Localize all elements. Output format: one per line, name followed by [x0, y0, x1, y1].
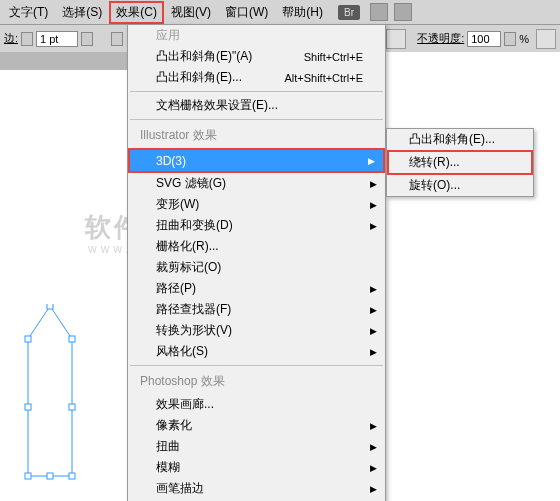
menu-item-extrude-e[interactable]: 凸出和斜角(E)... Alt+Shift+Ctrl+E: [128, 67, 385, 88]
menu-item-label: 风格化(S): [156, 343, 208, 360]
menu-item-extrude-a[interactable]: 凸出和斜角(E)"(A) Shift+Ctrl+E: [128, 46, 385, 67]
chevron-right-icon: ▶: [370, 284, 377, 294]
dropdown-icon[interactable]: [81, 32, 93, 46]
chevron-right-icon: ▶: [370, 442, 377, 452]
menu-item[interactable]: 效果画廊...: [128, 394, 385, 415]
menu-item-label: 模糊: [156, 459, 180, 476]
menu-item[interactable]: 像素化▶: [128, 415, 385, 436]
chain-icon[interactable]: [536, 29, 556, 49]
menu-separator: [130, 91, 383, 92]
chevron-right-icon: ▶: [370, 463, 377, 473]
menu-item-label: 栅格化(R)...: [156, 238, 219, 255]
menu-item-label: 文档栅格效果设置(E)...: [156, 97, 278, 114]
menu-item[interactable]: 路径查找器(F)▶: [128, 299, 385, 320]
menu-item-apply: 应用: [128, 25, 385, 46]
menu-item[interactable]: 变形(W)▶: [128, 194, 385, 215]
menu-item-label: SVG 滤镜(G): [156, 175, 226, 192]
menu-separator: [130, 119, 383, 120]
menu-item-label: 画笔描边: [156, 480, 204, 497]
stroke-input[interactable]: [36, 31, 78, 47]
menu-header-illustrator: Illustrator 效果: [128, 123, 385, 148]
svg-rect-5: [69, 473, 75, 479]
menu-select[interactable]: 选择(S): [55, 1, 109, 24]
chevron-right-icon: ▶: [370, 326, 377, 336]
menu-text[interactable]: 文字(T): [2, 1, 55, 24]
dropdown-icon[interactable]: [504, 32, 516, 46]
bridge-badge[interactable]: Br: [338, 5, 360, 20]
menu-item[interactable]: 画笔描边▶: [128, 478, 385, 499]
menu-shortcut: Shift+Ctrl+E: [304, 51, 363, 63]
menu-item-label: 效果画廊...: [156, 396, 214, 413]
menu-item[interactable]: 扭曲▶: [128, 436, 385, 457]
stroke-label: 边:: [4, 31, 18, 46]
menu-help[interactable]: 帮助(H): [275, 1, 330, 24]
chevron-right-icon: ▶: [370, 221, 377, 231]
toolbar-icon[interactable]: [394, 3, 412, 21]
chevron-right-icon: ▶: [370, 200, 377, 210]
menubar: 文字(T) 选择(S) 效果(C) 视图(V) 窗口(W) 帮助(H) Br: [0, 0, 560, 24]
chevron-right-icon: ▶: [368, 156, 375, 166]
dropdown-icon[interactable]: [21, 32, 33, 46]
submenu-item-revolve[interactable]: 绕转(R)...: [387, 150, 533, 175]
menu-item[interactable]: 风格化(S)▶: [128, 341, 385, 362]
menu-item-label: 路径(P): [156, 280, 196, 297]
menu-item-label: 裁剪标记(O): [156, 259, 221, 276]
svg-rect-3: [69, 336, 75, 342]
svg-rect-2: [47, 304, 53, 309]
menu-item[interactable]: SVG 滤镜(G)▶: [128, 173, 385, 194]
menu-item-label: 凸出和斜角(E)...: [409, 131, 495, 148]
menu-item-label: 绕转(R)...: [409, 154, 460, 171]
menu-item[interactable]: 栅格化(R)...: [128, 236, 385, 257]
canvas-gray-strip: [0, 52, 127, 70]
menu-view[interactable]: 视图(V): [164, 1, 218, 24]
menu-item-label: 凸出和斜角(E)...: [156, 69, 242, 86]
menu-item-label: 旋转(O)...: [409, 177, 460, 194]
chevron-right-icon: ▶: [370, 179, 377, 189]
menu-item-label: 凸出和斜角(E)"(A): [156, 48, 252, 65]
menu-item[interactable]: 扭曲和变换(D)▶: [128, 215, 385, 236]
menu-item-label: 像素化: [156, 417, 192, 434]
svg-rect-1: [25, 336, 31, 342]
chevron-right-icon: ▶: [370, 421, 377, 431]
opacity-input[interactable]: [467, 31, 501, 47]
opacity-label: 不透明度:: [417, 31, 464, 46]
menu-item-label: 转换为形状(V): [156, 322, 232, 339]
toolbar-icons: [370, 3, 412, 21]
menu-item[interactable]: 转换为形状(V)▶: [128, 320, 385, 341]
svg-rect-0: [20, 304, 80, 484]
svg-rect-6: [25, 404, 31, 410]
chevron-right-icon: ▶: [370, 305, 377, 315]
menu-separator: [130, 365, 383, 366]
svg-rect-7: [69, 404, 75, 410]
align-icon[interactable]: [386, 29, 406, 49]
menu-effect[interactable]: 效果(C): [109, 1, 164, 24]
selected-shape[interactable]: [20, 304, 80, 484]
menu-item[interactable]: 模糊▶: [128, 457, 385, 478]
menu-shortcut: Alt+Shift+Ctrl+E: [284, 72, 363, 84]
menu-header-photoshop: Photoshop 效果: [128, 369, 385, 394]
menu-item-label: 扭曲和变换(D): [156, 217, 233, 234]
menu-item[interactable]: 裁剪标记(O): [128, 257, 385, 278]
menu-item-label: 变形(W): [156, 196, 199, 213]
svg-rect-4: [25, 473, 31, 479]
percent-label: %: [519, 33, 529, 45]
3d-submenu: 凸出和斜角(E)... 绕转(R)... 旋转(O)...: [386, 128, 534, 197]
menu-item-label: 路径查找器(F): [156, 301, 231, 318]
menu-item-doc-raster[interactable]: 文档栅格效果设置(E)...: [128, 95, 385, 116]
menu-item-label: 应用: [156, 27, 180, 44]
menu-window[interactable]: 窗口(W): [218, 1, 275, 24]
dropdown-icon[interactable]: [111, 32, 123, 46]
submenu-item-rotate[interactable]: 旋转(O)...: [387, 175, 533, 196]
menu-item-label: 3D(3): [156, 154, 186, 168]
chevron-right-icon: ▶: [370, 347, 377, 357]
menu-item[interactable]: 路径(P)▶: [128, 278, 385, 299]
svg-rect-8: [47, 473, 53, 479]
menu-item-label: 扭曲: [156, 438, 180, 455]
submenu-item-extrude[interactable]: 凸出和斜角(E)...: [387, 129, 533, 150]
chevron-right-icon: ▶: [370, 484, 377, 494]
effect-menu: 应用 凸出和斜角(E)"(A) Shift+Ctrl+E 凸出和斜角(E)...…: [127, 24, 386, 501]
toolbar-icon[interactable]: [370, 3, 388, 21]
menu-item[interactable]: 3D(3)▶: [128, 148, 385, 173]
